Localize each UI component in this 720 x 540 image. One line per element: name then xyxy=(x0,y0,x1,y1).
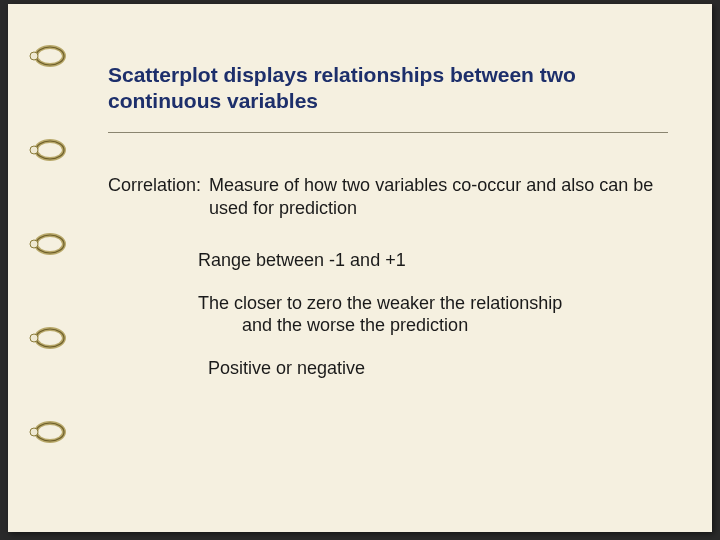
title-divider xyxy=(108,132,668,133)
definition-row: Correlation: Measure of how two variable… xyxy=(108,174,668,219)
svg-point-8 xyxy=(30,240,38,248)
slide: Scatterplot displays relationships betwe… xyxy=(8,4,712,532)
definition-text: Measure of how two variables co-occur an… xyxy=(209,174,668,219)
svg-point-4 xyxy=(36,141,64,159)
binder-rings xyxy=(26,44,66,444)
bullet-closer-to-zero: The closer to zero the weaker the relati… xyxy=(198,292,668,337)
slide-title: Scatterplot displays relationships betwe… xyxy=(108,62,668,115)
slide-body: Correlation: Measure of how two variable… xyxy=(108,174,668,379)
svg-point-13 xyxy=(36,423,64,441)
binder-ring-icon xyxy=(26,326,66,350)
svg-point-2 xyxy=(30,52,38,60)
definition-label: Correlation: xyxy=(108,174,209,219)
svg-point-11 xyxy=(30,334,38,342)
svg-point-5 xyxy=(30,146,38,154)
bullet-closer-line2: and the worse the prediction xyxy=(242,314,668,337)
bullet-range: Range between -1 and +1 xyxy=(198,249,668,272)
binder-ring-icon xyxy=(26,420,66,444)
binder-ring-icon xyxy=(26,138,66,162)
svg-point-14 xyxy=(30,428,38,436)
binder-ring-icon xyxy=(26,44,66,68)
svg-point-10 xyxy=(36,329,64,347)
svg-point-1 xyxy=(36,47,64,65)
bullet-sign: Positive or negative xyxy=(208,357,668,380)
bullet-closer-line1: The closer to zero the weaker the relati… xyxy=(198,292,668,315)
svg-point-7 xyxy=(36,235,64,253)
binder-ring-icon xyxy=(26,232,66,256)
